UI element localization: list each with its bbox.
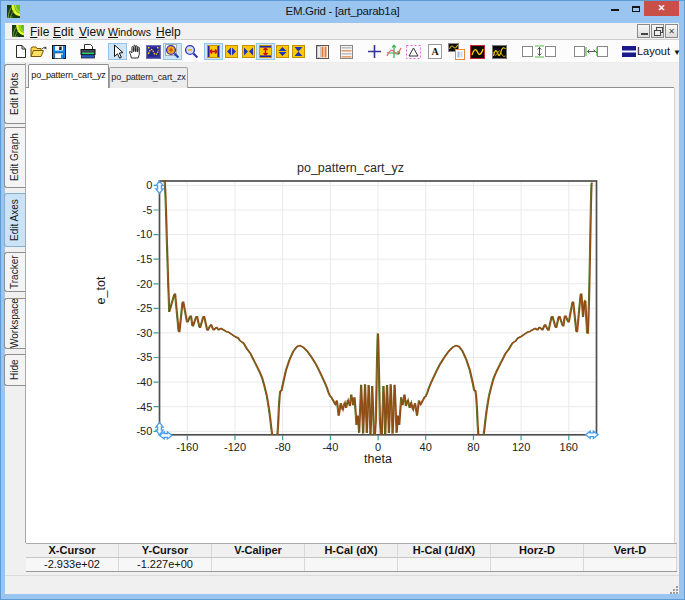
svg-text:-15: -15 <box>136 253 152 265</box>
svg-text:e_tot: e_tot <box>94 276 108 304</box>
svg-text:theta: theta <box>364 452 392 466</box>
svg-text:-20: -20 <box>136 278 152 290</box>
svg-text:A: A <box>431 46 439 57</box>
svg-text:0: 0 <box>146 179 152 191</box>
svg-text:-35: -35 <box>136 351 152 363</box>
svg-text:-5: -5 <box>143 204 153 216</box>
svg-text:40: 40 <box>420 441 432 453</box>
svg-text:-25: -25 <box>136 302 152 314</box>
svg-text:-40: -40 <box>136 376 152 388</box>
svg-text:0: 0 <box>375 441 381 453</box>
svg-text:-45: -45 <box>136 401 152 413</box>
svg-text:80: 80 <box>467 441 479 453</box>
svg-text:-10: -10 <box>136 228 152 240</box>
svg-text:-120: -120 <box>224 441 246 453</box>
svg-text:-50: -50 <box>136 425 152 437</box>
svg-text:-30: -30 <box>136 327 152 339</box>
svg-text:120: 120 <box>512 441 530 453</box>
svg-text:po_pattern_cart_yz: po_pattern_cart_yz <box>297 161 404 175</box>
svg-text:-80: -80 <box>275 441 291 453</box>
svg-text:160: 160 <box>560 441 578 453</box>
svg-text:-160: -160 <box>176 441 198 453</box>
svg-text:-40: -40 <box>322 441 338 453</box>
